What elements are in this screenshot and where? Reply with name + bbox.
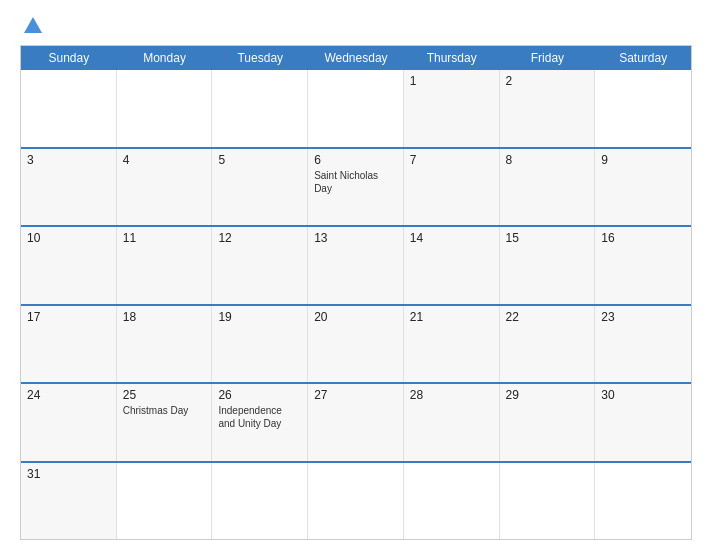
day-cell <box>308 70 404 147</box>
weeks-container: 123456Saint Nicholas Day7891011121314151… <box>21 70 691 539</box>
day-cell: 13 <box>308 227 404 304</box>
day-header-tuesday: Tuesday <box>212 46 308 70</box>
week-row-4: 2425Christmas Day26Independence and Unit… <box>21 382 691 461</box>
day-header-saturday: Saturday <box>595 46 691 70</box>
day-cell: 4 <box>117 149 213 226</box>
calendar: SundayMondayTuesdayWednesdayThursdayFrid… <box>20 45 692 540</box>
week-row-0: 12 <box>21 70 691 147</box>
day-cell: 7 <box>404 149 500 226</box>
day-cell: 31 <box>21 463 117 540</box>
day-cell <box>404 463 500 540</box>
day-cell: 30 <box>595 384 691 461</box>
day-cell: 5 <box>212 149 308 226</box>
day-number: 2 <box>506 74 589 88</box>
day-cell: 28 <box>404 384 500 461</box>
day-number: 28 <box>410 388 493 402</box>
day-header-sunday: Sunday <box>21 46 117 70</box>
day-cell: 24 <box>21 384 117 461</box>
day-number: 26 <box>218 388 301 402</box>
day-number: 9 <box>601 153 685 167</box>
day-cell: 17 <box>21 306 117 383</box>
holiday-label: Saint Nicholas Day <box>314 169 397 195</box>
day-cell: 14 <box>404 227 500 304</box>
day-cell <box>500 463 596 540</box>
day-cell <box>595 70 691 147</box>
day-header-thursday: Thursday <box>404 46 500 70</box>
day-cell: 9 <box>595 149 691 226</box>
week-row-1: 3456Saint Nicholas Day789 <box>21 147 691 226</box>
day-cell <box>117 70 213 147</box>
holiday-label: Christmas Day <box>123 404 206 417</box>
day-number: 6 <box>314 153 397 167</box>
day-cell <box>212 463 308 540</box>
day-number: 1 <box>410 74 493 88</box>
day-cell: 21 <box>404 306 500 383</box>
week-row-2: 10111213141516 <box>21 225 691 304</box>
day-number: 19 <box>218 310 301 324</box>
day-number: 16 <box>601 231 685 245</box>
day-number: 30 <box>601 388 685 402</box>
day-cell: 18 <box>117 306 213 383</box>
logo <box>20 15 44 37</box>
day-cell <box>308 463 404 540</box>
day-cell: 29 <box>500 384 596 461</box>
day-number: 14 <box>410 231 493 245</box>
page: SundayMondayTuesdayWednesdayThursdayFrid… <box>0 0 712 550</box>
day-cell: 12 <box>212 227 308 304</box>
day-number: 24 <box>27 388 110 402</box>
week-row-5: 31 <box>21 461 691 540</box>
day-number: 12 <box>218 231 301 245</box>
day-number: 15 <box>506 231 589 245</box>
day-header-friday: Friday <box>500 46 596 70</box>
day-number: 5 <box>218 153 301 167</box>
day-number: 3 <box>27 153 110 167</box>
day-cell: 11 <box>117 227 213 304</box>
day-cell: 19 <box>212 306 308 383</box>
day-cell: 16 <box>595 227 691 304</box>
day-cell: 8 <box>500 149 596 226</box>
day-cell: 15 <box>500 227 596 304</box>
day-number: 11 <box>123 231 206 245</box>
day-number: 31 <box>27 467 110 481</box>
day-cell <box>117 463 213 540</box>
day-cell: 20 <box>308 306 404 383</box>
week-row-3: 17181920212223 <box>21 304 691 383</box>
holiday-label: Independence and Unity Day <box>218 404 301 430</box>
day-number: 23 <box>601 310 685 324</box>
day-cell: 10 <box>21 227 117 304</box>
day-number: 22 <box>506 310 589 324</box>
day-cell <box>595 463 691 540</box>
day-cell: 6Saint Nicholas Day <box>308 149 404 226</box>
day-headers-row: SundayMondayTuesdayWednesdayThursdayFrid… <box>21 46 691 70</box>
day-cell <box>212 70 308 147</box>
day-number: 25 <box>123 388 206 402</box>
day-number: 18 <box>123 310 206 324</box>
day-number: 10 <box>27 231 110 245</box>
day-cell: 25Christmas Day <box>117 384 213 461</box>
day-cell: 2 <box>500 70 596 147</box>
svg-marker-0 <box>24 17 42 33</box>
day-number: 29 <box>506 388 589 402</box>
day-cell: 22 <box>500 306 596 383</box>
day-number: 4 <box>123 153 206 167</box>
day-cell: 23 <box>595 306 691 383</box>
logo-icon <box>22 15 44 37</box>
day-header-wednesday: Wednesday <box>308 46 404 70</box>
day-cell: 27 <box>308 384 404 461</box>
day-cell: 3 <box>21 149 117 226</box>
day-number: 27 <box>314 388 397 402</box>
header <box>20 15 692 37</box>
day-number: 13 <box>314 231 397 245</box>
day-number: 17 <box>27 310 110 324</box>
day-number: 7 <box>410 153 493 167</box>
day-number: 8 <box>506 153 589 167</box>
day-cell <box>21 70 117 147</box>
day-cell: 26Independence and Unity Day <box>212 384 308 461</box>
day-number: 20 <box>314 310 397 324</box>
day-header-monday: Monday <box>117 46 213 70</box>
day-cell: 1 <box>404 70 500 147</box>
day-number: 21 <box>410 310 493 324</box>
